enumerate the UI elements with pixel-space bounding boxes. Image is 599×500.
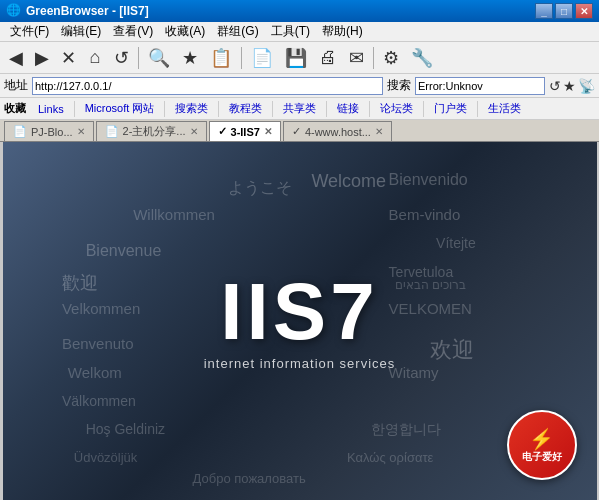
menu-group[interactable]: 群组(G) [211,21,264,42]
tab-1-favicon: 📄 [13,125,27,138]
favorites-button[interactable]: ★ [177,45,203,71]
toolbar-separator-2 [241,47,242,69]
bookmarks-label: 收藏 [4,101,26,116]
address-bar: 地址 搜索 ↺ ★ 📡 [0,74,599,98]
iis-word-item: Добро пожаловать [193,471,306,486]
star-icon[interactable]: ★ [563,78,576,94]
iis-word-item: Καλώς ορίσατε [347,450,433,465]
tab-1-label: PJ-Blo... [31,126,73,138]
tab-1-close[interactable]: ✕ [77,126,85,137]
search-input[interactable] [415,77,545,95]
tab-1[interactable]: 📄 PJ-Blo... ✕ [4,121,94,141]
refresh-addr-icon[interactable]: ↺ [549,78,561,94]
stop-button[interactable]: ✕ [56,45,81,71]
bookmarks-bar: 收藏 Links Microsoft 网站 搜索类 教程类 共享类 链接 论坛类… [0,98,599,120]
menu-view[interactable]: 查看(V) [107,21,159,42]
tools-button[interactable]: 🔧 [406,45,438,71]
bm-link[interactable]: 链接 [331,100,365,117]
settings-button[interactable]: ⚙ [378,45,404,71]
bm-sep-7 [423,101,424,117]
iis-word-item: Velkommen [62,300,140,317]
bm-links[interactable]: Links [32,102,70,116]
iis-word-item: Welcome [311,171,386,192]
address-icons: ↺ ★ 📡 [549,78,595,94]
tab-3-favicon: ✓ [218,125,227,138]
tab-2-label: 2-主机分享... [123,124,186,139]
iis-word-item: Willkommen [133,206,215,223]
iis-word-item: VELKOMEN [389,300,472,317]
tab-2-favicon: 📄 [105,125,119,138]
iis-word-item: 欢迎 [430,335,474,365]
bm-search[interactable]: 搜索类 [169,100,214,117]
tab-4-label: 4-www.host... [305,126,371,138]
history-button[interactable]: 📋 [205,45,237,71]
print-button[interactable]: 🖨 [314,45,342,71]
tabs-bar: 📄 PJ-Blo... ✕ 📄 2-主机分享... ✕ ✓ 3-IIS7 ✕ ✓… [0,120,599,142]
iis-word-item: 한영합니다 [371,421,441,439]
iis-word-item: ようこそ [228,178,292,199]
bm-share[interactable]: 共享类 [277,100,322,117]
bm-sep-3 [218,101,219,117]
bm-portal[interactable]: 门户类 [428,100,473,117]
bm-tutorial[interactable]: 教程类 [223,100,268,117]
iis-word-item: Vítejte [436,235,476,251]
mail-button[interactable]: ✉ [344,45,369,71]
title-text: GreenBrowser - [IIS7] [26,4,535,18]
bm-sep-1 [74,101,75,117]
refresh-button[interactable]: ↺ [109,45,134,71]
title-bar: 🌐 GreenBrowser - [IIS7] _ □ ✕ [0,0,599,22]
iis-word-item: Bem-vindo [389,206,461,223]
bm-sep-8 [477,101,478,117]
iis-subtitle: internet information services [204,356,396,371]
bm-forum[interactable]: 论坛类 [374,100,419,117]
tab-4[interactable]: ✓ 4-www.host... ✕ [283,121,392,141]
search-button[interactable]: 🔍 [143,45,175,71]
app-icon: 🌐 [6,3,22,19]
tab-2[interactable]: 📄 2-主机分享... ✕ [96,121,207,141]
iis-word-item: Üdvözöljük [74,450,138,465]
iis-word-item: Välkommen [62,393,136,409]
search-label: 搜索 [387,77,411,94]
back-button[interactable]: ◀ [4,45,28,71]
menu-edit[interactable]: 编辑(E) [55,21,107,42]
menu-favorites[interactable]: 收藏(A) [159,21,211,42]
main-content: ようこそWelcomeBienvenidoWillkommenBem-vindo… [0,142,599,500]
bm-life[interactable]: 生活类 [482,100,527,117]
save-button[interactable]: 💾 [280,45,312,71]
iis-badge: ⚡ 电子爱好 [507,410,577,480]
toolbar-separator-1 [138,47,139,69]
iis-welcome-page: ようこそWelcomeBienvenidoWillkommenBem-vindo… [3,142,597,500]
newpage-button[interactable]: 📄 [246,45,278,71]
toolbar: ◀ ▶ ✕ ⌂ ↺ 🔍 ★ 📋 📄 💾 🖨 ✉ ⚙ 🔧 [0,42,599,74]
bm-sep-5 [326,101,327,117]
home-button[interactable]: ⌂ [83,45,107,71]
tab-3-close[interactable]: ✕ [264,126,272,137]
window-controls: _ □ ✕ [535,3,593,19]
iis-center-content: IIS7 internet information services [204,272,396,371]
iis-word-item: Benvenuto [62,335,134,352]
tab-4-close[interactable]: ✕ [375,126,383,137]
menu-tools[interactable]: 工具(T) [265,21,316,42]
forward-button[interactable]: ▶ [30,45,54,71]
close-button[interactable]: ✕ [575,3,593,19]
address-input[interactable] [32,77,383,95]
maximize-button[interactable]: □ [555,3,573,19]
tab-2-close[interactable]: ✕ [190,126,198,137]
toolbar-separator-3 [373,47,374,69]
iis-word-item: Bienvenido [389,171,468,189]
iis-word-item: 歡迎 [62,271,98,295]
bm-sep-6 [369,101,370,117]
address-label: 地址 [4,77,28,94]
tab-3[interactable]: ✓ 3-IIS7 ✕ [209,121,281,141]
tab-3-label: 3-IIS7 [231,126,260,138]
iis-logo: IIS7 [204,272,396,352]
iis-word-item: Witamy [389,364,439,381]
bm-sep-2 [164,101,165,117]
rss-icon[interactable]: 📡 [578,78,595,94]
iis-badge-text: 电子爱好 [522,451,562,463]
menu-help[interactable]: 帮助(H) [316,21,369,42]
tab-4-favicon: ✓ [292,125,301,138]
bm-microsoft[interactable]: Microsoft 网站 [79,100,161,117]
menu-file[interactable]: 文件(F) [4,21,55,42]
minimize-button[interactable]: _ [535,3,553,19]
